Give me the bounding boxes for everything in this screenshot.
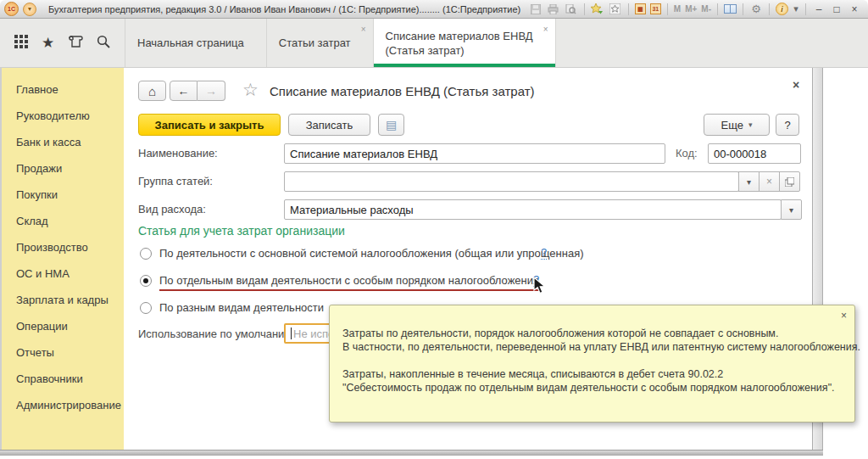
help-tooltip: × Затраты по деятельности, порядок налог… [329, 305, 855, 423]
memory-add-button[interactable]: M+ [685, 4, 697, 14]
close-form-icon[interactable]: × [793, 78, 799, 92]
search-icon[interactable] [97, 35, 110, 51]
more-button[interactable]: Еще ▾ [704, 114, 770, 136]
sidebar-item-operations[interactable]: Операции [2, 313, 124, 339]
tab-label-line2: (Статья затрат) [386, 43, 533, 58]
sections-menu-icon[interactable] [14, 35, 28, 51]
sidebar-item-fixed-assets[interactable]: ОС и НМА [2, 260, 124, 287]
history-icon[interactable] [69, 35, 83, 51]
titlebar-separator [628, 3, 629, 15]
split-window-icon[interactable] [724, 4, 737, 14]
form-title: Списание материалов ЕНВД (Статья затрат) [270, 84, 535, 98]
default-usage-label: Использование по умолчанию: [138, 324, 296, 344]
tooltip-line: "Себестоимость продаж по отдельным видам… [342, 381, 841, 395]
expense-type-input[interactable] [284, 199, 782, 220]
back-button[interactable]: ← [170, 81, 198, 101]
chevron-down-icon: ▾ [747, 177, 751, 187]
titlebar-separator [769, 3, 770, 15]
favorites-icon[interactable] [609, 3, 622, 15]
save-button[interactable]: Записать [288, 114, 370, 136]
system-menu-arrow-icon[interactable]: ▾ [23, 3, 36, 16]
tooltip-line: Затраты по деятельности, порядок налогоо… [342, 327, 841, 340]
memory-subtract-button[interactable]: M- [701, 4, 711, 14]
favorite-star-toggle[interactable]: ☆ [242, 79, 259, 101]
back-icon: ← [178, 84, 190, 98]
tab-close-icon[interactable]: × [361, 25, 366, 34]
tab-label: Начальная страница [137, 36, 244, 50]
forward-icon: → [205, 84, 217, 98]
tooltip-line: Затраты, накопленные в течение месяца, с… [342, 367, 841, 381]
sidebar-item-payroll-hr[interactable]: Зарплата и кадры [2, 287, 124, 313]
sidebar-item-production[interactable]: Производство [2, 234, 124, 260]
calendar-icon[interactable]: 31 [650, 3, 661, 14]
window-bottom-border [0, 450, 823, 456]
sidebar-item-manager[interactable]: Руководителю [2, 103, 124, 129]
group-dropdown-button[interactable]: ▾ [738, 171, 760, 192]
service-wrench-icon[interactable]: ⚙ [749, 3, 763, 15]
save-and-close-button[interactable]: Записать и закрыть [138, 114, 281, 136]
mouse-cursor-icon [532, 277, 548, 298]
section-title: Статья для учета затрат организации [138, 224, 345, 238]
print-icon[interactable] [547, 3, 560, 15]
radio-different-activities[interactable] [140, 302, 152, 314]
help-button[interactable]: ? [776, 114, 799, 136]
sections-sidebar: Главное Руководителю Банк и касса Продаж… [0, 68, 124, 450]
tooltip-close-icon[interactable]: × [841, 311, 847, 321]
sidebar-item-purchases[interactable]: Покупки [2, 182, 124, 208]
minimize-button[interactable]: – [812, 3, 826, 15]
chevron-down-icon: ▾ [789, 205, 793, 215]
app-logo-icon[interactable]: 1С [4, 2, 19, 16]
tab-strip: ★ Начальная страница Статьи затрат × Спи… [0, 19, 868, 68]
info-icon[interactable]: i [776, 3, 788, 15]
name-label: Наименование: [138, 143, 218, 164]
tab-cost-items[interactable]: Статьи затрат × [267, 19, 374, 67]
radio-main-tax-system[interactable] [140, 248, 152, 260]
print-preview-icon[interactable] [565, 3, 578, 15]
window-title: Бухгалтерия предприятия, редакция 3.0 / … [48, 4, 520, 14]
sidebar-item-sales[interactable]: Продажи [2, 155, 124, 182]
group-clear-button[interactable]: × [759, 171, 780, 192]
titlebar-separator [717, 3, 718, 15]
code-label: Код: [676, 143, 698, 164]
sidebar-item-directories[interactable]: Справочники [2, 366, 124, 392]
sidebar-item-administration[interactable]: Администрирование [2, 392, 124, 418]
group-open-button[interactable] [779, 171, 800, 192]
radio-special-tax-procedure[interactable] [140, 275, 152, 287]
tab-close-icon[interactable]: × [543, 25, 548, 34]
tab-home-page[interactable]: Начальная страница [125, 19, 267, 67]
close-window-button[interactable]: × [848, 3, 861, 15]
info-dropdown-icon[interactable]: ▾ [793, 3, 799, 15]
clear-icon: × [766, 176, 772, 188]
forward-button[interactable]: → [198, 81, 225, 101]
favorites-star-icon[interactable]: ★ [42, 36, 54, 50]
sidebar-item-warehouse[interactable]: Склад [2, 208, 124, 234]
chevron-down-icon: ▾ [748, 120, 753, 129]
name-input[interactable] [284, 143, 665, 164]
calculator-icon[interactable]: ▦ [635, 3, 646, 14]
save-icon-svg [531, 4, 541, 14]
related-documents-button[interactable]: ▤ [378, 114, 404, 136]
home-button[interactable]: ⌂ [138, 81, 166, 101]
radio-special-tax-procedure-label: По отдельным видам деятельности с особым… [159, 274, 539, 291]
panel-toolbar: ★ [0, 19, 125, 67]
memory-recall-button[interactable]: M [674, 4, 681, 14]
maximize-button[interactable]: □ [830, 3, 843, 15]
titlebar-toolbar: ▦ 31 M M+ M- ⚙ i ▾ – □ × [529, 3, 868, 15]
sidebar-item-bank-cash[interactable]: Банк и касса [2, 129, 124, 155]
sidebar-item-reports[interactable]: Отчеты [2, 339, 124, 366]
add-favorite-icon[interactable] [591, 3, 604, 15]
tab-label: Статьи затрат [279, 36, 351, 50]
sidebar-item-main[interactable]: Главное [2, 76, 124, 103]
tab-material-writeoff[interactable]: Списание материалов ЕНВД (Статья затрат)… [374, 19, 556, 67]
group-input[interactable] [284, 171, 739, 192]
radio-main-tax-system-help[interactable]: ? [541, 247, 547, 260]
group-label: Группа статей: [138, 171, 213, 192]
expense-type-dropdown-button[interactable]: ▾ [781, 199, 802, 220]
application-window: 1С ▾ Бухгалтерия предприятия, редакция 3… [0, 0, 868, 459]
list-icon: ▤ [386, 118, 397, 132]
open-icon [785, 177, 794, 187]
save-icon[interactable] [529, 3, 542, 15]
code-input[interactable] [708, 143, 801, 164]
titlebar-separator [584, 3, 585, 15]
nav-history-group: ← → [170, 81, 225, 101]
